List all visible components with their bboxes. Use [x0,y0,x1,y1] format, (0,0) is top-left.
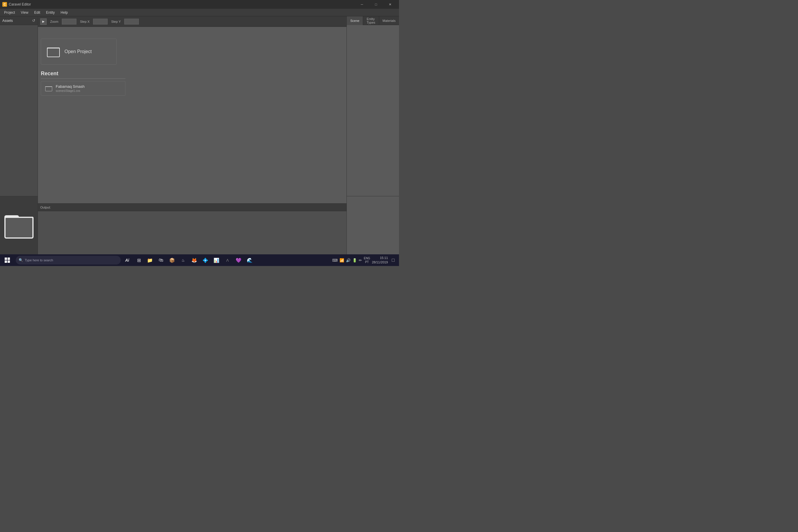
search-bar[interactable]: 🔍 Type here to search [16,256,121,265]
play-button[interactable]: ▶ [40,18,47,25]
open-project-folder-icon [47,46,60,57]
search-placeholder: Type here to search [25,259,53,262]
play-icon: ▶ [42,20,45,23]
app-title: Caravel Editor [9,2,355,6]
assets-bottom-panel [0,196,38,254]
output-header: Output: [38,204,346,211]
tab-materials[interactable]: Materials [379,16,399,25]
recent-item-name: Fabamaq Smash [56,84,84,89]
folder-icon-inner [5,218,32,238]
recent-section: Recent Fabamaq Smash scenes\Stage1.cvs [41,71,126,96]
tab-scene[interactable]: Scene [347,16,363,25]
menu-project[interactable]: Project [1,10,18,16]
recent-item-path: scenes\Stage1.cvs [56,89,84,93]
recent-folder-inner [45,87,52,91]
step-y-input[interactable] [124,19,139,24]
folder-icon-large [4,212,34,239]
taskbar-task-view[interactable]: ⊞ [134,255,144,265]
output-panel: Output: [38,203,346,254]
zoom-label: Zoom [50,20,58,23]
minimize-button[interactable]: ─ [355,0,369,9]
maximize-button[interactable]: □ [369,0,383,9]
close-button[interactable]: ✕ [383,0,397,9]
taskbar: 🔍 Type here to search Ai ⊞ 📁 🛍 📦 ♨ 🦊 💠 📊… [0,254,399,266]
right-content-top [347,25,399,196]
window-controls: ─ □ ✕ [355,0,397,9]
right-tabs: Scene Entity Types Materials [347,16,399,25]
output-content [38,211,346,254]
folder-inner-medium [48,49,59,57]
taskbar-app-4[interactable]: ♨ [178,255,188,265]
search-icon: 🔍 [19,258,23,262]
pen-icon[interactable]: ✏ [359,258,362,263]
assets-content [0,25,38,196]
taskbar-right: ⌨ 📶 🔊 🔋 ✏ ENG PT 15:11 28/11/2019 □ [330,256,399,265]
main-layout: Assets ↺ ▶ Zoom Step X Step Y [0,16,399,254]
open-project-button[interactable]: Open Project [41,38,117,65]
recent-item-0[interactable]: Fabamaq Smash scenes\Stage1.cvs [41,81,126,96]
taskbar-app-9[interactable]: 💜 [233,255,244,265]
taskbar-file-explorer[interactable]: 📁 [145,255,155,265]
recent-title: Recent [41,71,126,79]
open-project-label: Open Project [64,49,92,54]
windows-logo [5,258,10,263]
app-icon: C [2,2,7,7]
menu-edit[interactable]: Edit [31,10,43,16]
menu-entity[interactable]: Entity [43,10,58,16]
refresh-icon[interactable]: ↺ [32,18,35,23]
taskbar-vscode[interactable]: 💠 [200,255,211,265]
language-region: ENG PT [364,256,370,264]
taskbar-app-8[interactable]: Λ [222,255,233,265]
output-label: Output: [40,206,51,209]
notification-button[interactable]: □ [390,256,397,264]
menu-bar: Project View Edit Entity Help [0,9,399,16]
assets-panel: Assets ↺ [0,16,38,254]
battery-icon[interactable]: 🔋 [352,258,357,263]
menu-help[interactable]: Help [58,10,71,16]
tab-entity-types[interactable]: Entity Types [363,16,379,25]
taskbar-firefox[interactable]: 🦊 [189,255,200,265]
taskbar-app-10[interactable]: 🌊 [244,255,255,265]
clock[interactable]: 15:11 28/11/2019 [372,256,388,265]
step-y-label: Step Y [111,20,121,23]
assets-header: Assets ↺ [0,16,38,25]
editor-area: Open Project Recent Fabamaq Smash scenes… [38,27,346,203]
start-button[interactable] [0,254,15,266]
right-panel: Scene Entity Types Materials [346,16,399,254]
taskbar-items: ⊞ 📁 🛍 📦 ♨ 🦊 💠 📊 Λ 💜 🌊 [132,255,256,265]
title-bar: C Caravel Editor ─ □ ✕ [0,0,399,9]
center-area: ▶ Zoom Step X Step Y Open Project Recent [38,16,346,254]
taskbar-app-3[interactable]: 📦 [167,255,177,265]
right-content-bottom [347,196,399,254]
ai-button[interactable]: Ai [122,255,132,265]
recent-folder-icon [45,86,52,91]
network-icon[interactable]: 📶 [340,258,344,263]
toolbar: ▶ Zoom Step X Step Y [38,16,346,27]
taskbar-app-7[interactable]: 📊 [211,255,222,265]
assets-title: Assets [2,19,13,23]
taskbar-store[interactable]: 🛍 [156,255,166,265]
step-x-input[interactable] [93,19,108,24]
keyboard-icon[interactable]: ⌨ [332,258,338,263]
zoom-input[interactable] [62,19,76,24]
menu-view[interactable]: View [18,10,31,16]
recent-item-info: Fabamaq Smash scenes\Stage1.cvs [56,84,84,93]
volume-icon[interactable]: 🔊 [346,258,350,263]
step-x-label: Step X [80,20,90,23]
